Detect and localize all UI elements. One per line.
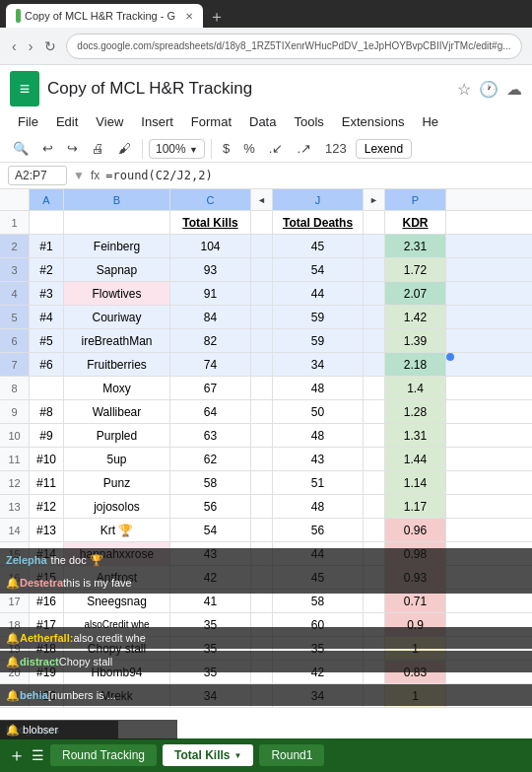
cell-14p[interactable]: 0.96 (385, 519, 446, 541)
cell-14j[interactable]: 56 (273, 519, 364, 541)
cell-9a[interactable]: #8 (30, 400, 64, 423)
cell-13a[interactable]: #12 (30, 495, 64, 518)
menu-extensions[interactable]: Extensions (334, 110, 413, 133)
cell-8p[interactable]: 1.4 (385, 377, 446, 399)
cell-4j[interactable]: 44 (273, 282, 364, 305)
cell-1b[interactable] (64, 211, 170, 234)
sheet-tab-total-kills[interactable]: Total Kills ▼ (163, 744, 253, 766)
cell-10b[interactable]: Purpled (64, 424, 170, 447)
url-field[interactable]: docs.google.com/spreadsheets/d/18y8_1RZ5… (66, 34, 522, 59)
menu-insert[interactable]: Insert (133, 110, 181, 133)
font-selector[interactable]: Lexend (356, 139, 412, 159)
menu-help[interactable]: He (414, 110, 446, 133)
cell-2p[interactable]: 2.31 (385, 235, 446, 257)
menu-data[interactable]: Data (241, 110, 284, 133)
cell-2j[interactable]: 45 (273, 235, 364, 257)
menu-edit[interactable]: Edit (48, 110, 86, 133)
menu-view[interactable]: View (88, 110, 131, 133)
redo-icon[interactable]: ↪ (62, 138, 83, 159)
cell-2b[interactable]: Feinberg (64, 235, 170, 257)
cell-5b[interactable]: Couriway (64, 306, 170, 328)
cell-7c[interactable]: 74 (170, 353, 251, 376)
search-icon[interactable]: 🔍 (8, 138, 33, 159)
cell-4b[interactable]: Flowtives (64, 282, 170, 305)
col-nav-left[interactable]: ◄ (251, 189, 273, 210)
col-header-b[interactable]: B (64, 189, 170, 210)
cell-5c[interactable]: 84 (170, 306, 251, 328)
menu-tools[interactable]: Tools (286, 110, 331, 133)
cell-6a[interactable]: #5 (30, 329, 64, 352)
col-header-j[interactable]: J (273, 189, 364, 210)
cell-6j[interactable]: 59 (273, 329, 364, 352)
cloud-icon[interactable]: ☁ (506, 80, 522, 99)
cell-reference[interactable]: A2:P7 (8, 166, 67, 185)
cell-3c[interactable]: 93 (170, 258, 251, 281)
cell-8a[interactable] (30, 377, 64, 399)
cell-12a[interactable]: #11 (30, 471, 64, 494)
cell-1a[interactable] (30, 211, 64, 234)
decimal-inc-icon[interactable]: .↗ (292, 138, 316, 159)
cell-4c[interactable]: 91 (170, 282, 251, 305)
cell-12b[interactable]: Punz (64, 471, 170, 494)
percent-icon[interactable]: % (238, 138, 260, 159)
reload-button[interactable]: ↻ (42, 36, 58, 56)
paint-format-icon[interactable]: 🖌 (113, 138, 136, 159)
cell-6b[interactable]: ireBreathMan (64, 329, 170, 352)
cell-9j[interactable]: 50 (273, 400, 364, 423)
cell-14a[interactable]: #13 (30, 519, 64, 541)
cell-7p[interactable]: 2.18 (385, 353, 446, 376)
cell-13p[interactable]: 1.17 (385, 495, 446, 518)
cell-7j[interactable]: 34 (273, 353, 364, 376)
cell-10j[interactable]: 48 (273, 424, 364, 447)
sheet-tab-dropdown-icon[interactable]: ▼ (234, 751, 242, 760)
cell-13c[interactable]: 56 (170, 495, 251, 518)
cell-7b[interactable]: Fruitberries (64, 353, 170, 376)
cell-14c[interactable]: 54 (170, 519, 251, 541)
back-button[interactable]: ‹ (10, 36, 19, 56)
cell-2a[interactable]: #1 (30, 235, 64, 257)
col-nav-right[interactable]: ► (364, 189, 385, 210)
cell-2c[interactable]: 104 (170, 235, 251, 257)
undo-icon[interactable]: ↩ (37, 138, 58, 159)
cell-8c[interactable]: 67 (170, 377, 251, 399)
number-format-icon[interactable]: 123 (320, 138, 352, 159)
cell-6p[interactable]: 1.39 (385, 329, 446, 352)
cell-12j[interactable]: 51 (273, 471, 364, 494)
cell-13b[interactable]: jojosolos (64, 495, 170, 518)
cell-9b[interactable]: Wallibear (64, 400, 170, 423)
star-icon[interactable]: ☆ (457, 80, 471, 99)
menu-format[interactable]: Format (183, 110, 239, 133)
cell-1j[interactable]: Total Deaths (273, 211, 364, 234)
cell-11c[interactable]: 62 (170, 448, 251, 470)
cell-3b[interactable]: Sapnap (64, 258, 170, 281)
sheet-tab-round-tracking[interactable]: Round Tracking (50, 744, 157, 766)
cell-4p[interactable]: 2.07 (385, 282, 446, 305)
cell-13j[interactable]: 48 (273, 495, 364, 518)
sheet-menu-icon[interactable]: ☰ (32, 747, 44, 763)
cell-3a[interactable]: #2 (30, 258, 64, 281)
cell-1c[interactable]: Total Kills (170, 211, 251, 234)
cell-3j[interactable]: 54 (273, 258, 364, 281)
menu-file[interactable]: File (10, 110, 46, 133)
cell-12p[interactable]: 1.14 (385, 471, 446, 494)
col-header-a[interactable]: A (30, 189, 64, 210)
cell-11a[interactable]: #10 (30, 448, 64, 470)
cell-9c[interactable]: 64 (170, 400, 251, 423)
cell-8b[interactable]: Moxy (64, 377, 170, 399)
decimal-dec-icon[interactable]: .↙ (264, 138, 289, 159)
sheet-tab-round1[interactable]: Round1 (259, 744, 324, 766)
cell-5p[interactable]: 1.42 (385, 306, 446, 328)
add-sheet-button[interactable]: ＋ (8, 743, 26, 767)
active-tab[interactable]: Copy of MCL H&R Tracking - G ✕ (6, 4, 203, 28)
history-icon[interactable]: 🕐 (479, 80, 499, 99)
cell-5j[interactable]: 59 (273, 306, 364, 328)
cell-8j[interactable]: 48 (273, 377, 364, 399)
tab-close-icon[interactable]: ✕ (185, 11, 193, 22)
cell-11p[interactable]: 1.44 (385, 448, 446, 470)
cell-14b[interactable]: Krt 🏆 (64, 519, 170, 541)
cell-3p[interactable]: 1.72 (385, 258, 446, 281)
cell-10p[interactable]: 1.31 (385, 424, 446, 447)
new-tab-button[interactable]: ＋ (209, 7, 225, 28)
cell-6c[interactable]: 82 (170, 329, 251, 352)
zoom-selector[interactable]: 100% ▼ (149, 139, 205, 159)
